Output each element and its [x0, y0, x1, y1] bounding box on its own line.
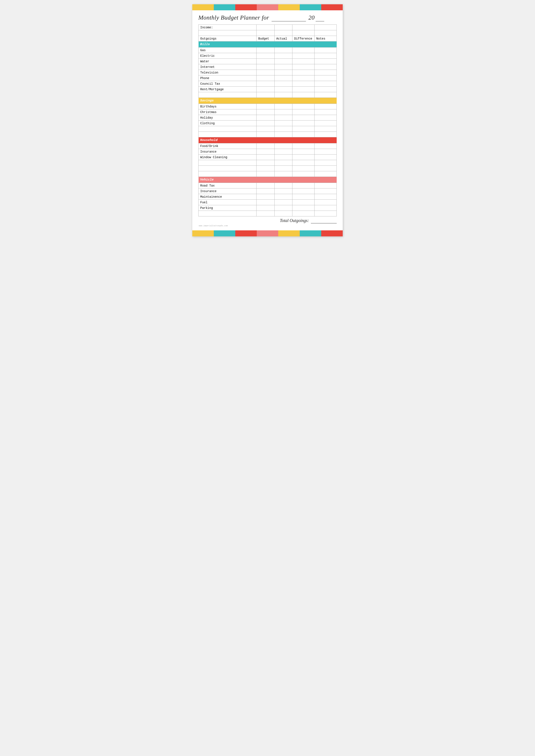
bar-bottom-pink-1: [257, 230, 278, 237]
household-empty-3: [199, 171, 337, 177]
bar-bottom-red-2: [321, 230, 343, 237]
bar-teal-1: [214, 4, 235, 10]
row-internet: Internet: [199, 64, 337, 70]
income-row: Income:: [199, 25, 337, 30]
section-header-bills: Bills: [199, 42, 337, 47]
bar-yellow-1: [192, 4, 214, 10]
row-food-drink: Food/Drink: [199, 143, 337, 149]
row-insurance-vehicle: Insurance: [199, 188, 337, 194]
row-council-tax: Council Tax: [199, 81, 337, 87]
row-television: Television: [199, 70, 337, 75]
income-diff: [293, 25, 315, 30]
col-header-actual: Actual: [274, 36, 293, 42]
savings-label: Savings: [199, 98, 337, 104]
row-maintainence: Maintainence: [199, 194, 337, 200]
watermark: www.imperialtattoopds.com: [198, 224, 337, 228]
page-title: Monthly Budget Planner for 20: [198, 14, 337, 21]
row-water: Water: [199, 59, 337, 64]
row-insurance-household: Insurance: [199, 149, 337, 154]
col-header-budget: Budget: [257, 36, 275, 42]
section-header-savings: Savings: [199, 98, 337, 104]
savings-empty-2: [199, 132, 337, 137]
bar-teal-2: [300, 4, 321, 10]
income-budget: [257, 25, 275, 30]
title-text: Monthly Budget Planner for: [198, 14, 269, 21]
col-header-diff: Difference: [293, 36, 315, 42]
row-window-cleaning: Window Cleaning: [199, 154, 337, 160]
row-birthdays: Birthdays: [199, 104, 337, 109]
budget-table: Income: Outgoings Budget Actual Differen…: [198, 24, 337, 216]
row-fuel: Fuel: [199, 200, 337, 205]
bills-empty-1: [199, 92, 337, 98]
section-header-vehicle: Vehicle: [199, 177, 337, 183]
income-actual: [274, 25, 293, 30]
bills-label: Bills: [199, 42, 337, 47]
row-holiday: Holiday: [199, 115, 337, 121]
row-road-tax: Road Tax: [199, 183, 337, 188]
row-parking: Parking: [199, 205, 337, 211]
title-year: 20: [309, 14, 315, 21]
bar-yellow-2: [278, 4, 300, 10]
household-label: Household: [199, 137, 337, 143]
row-christmas: Christmas: [199, 109, 337, 115]
row-gas: Gas: [199, 47, 337, 53]
household-empty-2: [199, 166, 337, 171]
bar-bottom-teal-2: [300, 230, 321, 237]
bar-bottom-red-1: [235, 230, 257, 237]
main-content: Monthly Budget Planner for 20 Income:: [192, 10, 343, 230]
household-empty-1: [199, 160, 337, 166]
color-bar-top: [192, 4, 343, 10]
bar-red-1: [235, 4, 257, 10]
bar-red-2: [321, 4, 343, 10]
bar-pink-1: [257, 4, 278, 10]
title-year-line: [316, 14, 324, 21]
savings-empty-1: [199, 126, 337, 132]
row-phone: Phone: [199, 75, 337, 81]
bar-bottom-yellow-1: [192, 230, 214, 237]
income-notes: [315, 25, 337, 30]
col-header-notes: Notes: [315, 36, 337, 42]
spacer-row-1: [199, 30, 337, 36]
section-header-household: Household: [199, 137, 337, 143]
bar-bottom-yellow-2: [278, 230, 300, 237]
income-label: Income:: [199, 25, 257, 30]
table-header-row: Outgoings Budget Actual Difference Notes: [199, 36, 337, 42]
vehicle-label: Vehicle: [199, 177, 337, 183]
color-bar-bottom: [192, 230, 343, 237]
total-label: Total Outgoings:: [280, 218, 309, 223]
total-value-line: [311, 218, 337, 223]
row-rent-mortgage: Rent/Mortgage: [199, 87, 337, 92]
row-clothing: Clothing: [199, 121, 337, 126]
bar-bottom-teal-1: [214, 230, 235, 237]
title-month-line: [271, 14, 306, 21]
col-header-outgoings: Outgoings: [199, 36, 257, 42]
vehicle-empty-1: [199, 211, 337, 216]
total-outgoings-line: Total Outgoings:: [198, 216, 337, 224]
row-electric: Electric: [199, 53, 337, 59]
budget-planner-page: Monthly Budget Planner for 20 Income:: [192, 4, 343, 237]
